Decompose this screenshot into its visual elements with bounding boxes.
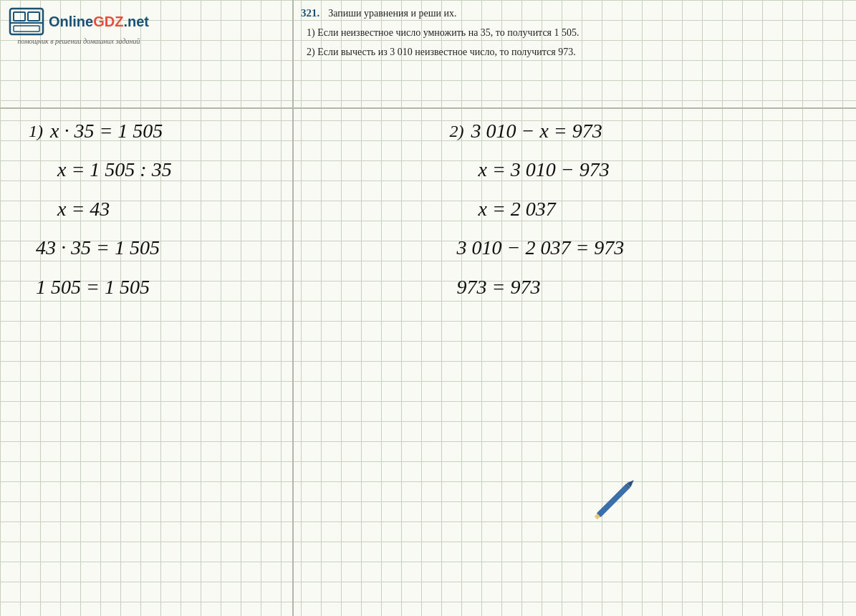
math-line-1-4: 1 505 = 1 505 <box>36 274 407 300</box>
task-item-1-text: 1) Если неизвестное число умножить на 35… <box>307 27 580 38</box>
math-eq-2-0: 3 010 − x = 973 <box>471 118 602 144</box>
logo-icon <box>9 7 44 36</box>
math-line-2-0: 2) 3 010 − x = 973 <box>450 118 828 144</box>
task-title: Запиши уравнения и реши их. <box>328 8 456 19</box>
math-eq-1-2: x = 43 <box>57 196 110 222</box>
task-title-block: 321. Запиши уравнения и реши их. <box>301 6 835 21</box>
math-eq-1-4: 1 505 = 1 505 <box>36 274 150 300</box>
math-col-1: 1) x · 35 = 1 505 x = 1 505 : 35 x = 43 … <box>29 118 407 313</box>
math-eq-2-1: x = 3 010 − 973 <box>479 157 610 183</box>
math-area: 1) x · 35 = 1 505 x = 1 505 : 35 x = 43 … <box>0 111 856 320</box>
logo-area: OnlineGDZ.net помощник в решении домашни… <box>7 7 150 45</box>
svg-rect-1 <box>14 12 25 21</box>
math-eq-1-1: x = 1 505 : 35 <box>57 157 172 183</box>
task-number: 321. <box>301 7 319 19</box>
vertical-divider-top <box>292 0 294 107</box>
math-eq-1-3: 43 · 35 = 1 505 <box>36 235 160 261</box>
math-eq-2-3: 3 010 − 2 037 = 973 <box>457 235 625 261</box>
math-eq-2-4: 973 = 973 <box>457 274 541 300</box>
math-line-2-1: x = 3 010 − 973 <box>479 157 828 183</box>
logo-subtitle: помощник в решении домашних заданий <box>18 37 140 45</box>
main-content: OnlineGDZ.net помощник в решении домашни… <box>0 0 856 616</box>
math-line-1-1: x = 1 505 : 35 <box>57 157 407 183</box>
math-line-2-2: x = 2 037 <box>479 196 828 222</box>
math-line-1-0: 1) x · 35 = 1 505 <box>29 118 407 144</box>
svg-rect-5 <box>596 483 630 517</box>
math-line-2-3: 3 010 − 2 037 = 973 <box>457 235 828 261</box>
math-eq-1-0: x · 35 = 1 505 <box>50 118 163 144</box>
math-label-2: 2) <box>450 120 464 143</box>
horizontal-divider <box>0 107 856 109</box>
math-columns: 1) x · 35 = 1 505 x = 1 505 : 35 x = 43 … <box>29 118 827 313</box>
math-label-1: 1) <box>29 120 43 143</box>
logo-text: OnlineGDZ.net <box>49 14 149 30</box>
svg-rect-4 <box>14 26 39 32</box>
math-line-1-3: 43 · 35 = 1 505 <box>36 235 407 261</box>
pencil-icon <box>591 473 642 524</box>
task-item-1: 1) Если неизвестное число умножить на 35… <box>301 25 835 40</box>
logo-box: OnlineGDZ.net <box>9 7 149 36</box>
math-eq-2-2: x = 2 037 <box>479 196 556 222</box>
task-item-2: 2) Если вычесть из 3 010 неизвестное чис… <box>301 44 835 59</box>
task-item-2-text: 2) Если вычесть из 3 010 неизвестное чис… <box>307 47 576 57</box>
math-line-1-2: x = 43 <box>57 196 407 222</box>
math-line-2-4: 973 = 973 <box>457 274 828 300</box>
page: OnlineGDZ.net помощник в решении домашни… <box>0 0 856 616</box>
svg-rect-2 <box>28 12 39 21</box>
task-header: 321. Запиши уравнения и реши их. 1) Если… <box>301 6 835 64</box>
math-col-2: 2) 3 010 − x = 973 x = 3 010 − 973 x = 2… <box>450 118 828 313</box>
